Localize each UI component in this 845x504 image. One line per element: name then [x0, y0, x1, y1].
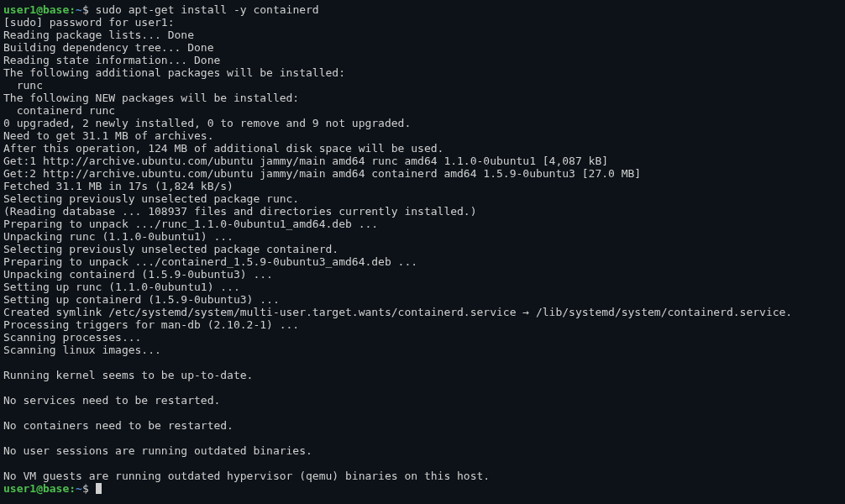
output-line: Processing triggers for man-db (2.10.2-1… [3, 318, 842, 331]
output-line: (Reading database ... 108937 files and d… [3, 205, 842, 218]
output-line: No user sessions are running outdated bi… [3, 444, 842, 457]
prompt-separator: : [69, 482, 76, 495]
output-line: Get:1 http://archive.ubuntu.com/ubuntu j… [3, 155, 842, 167]
output-line: [sudo] password for user1: [3, 16, 842, 29]
terminal[interactable]: user1@base:~$ sudo apt-get install -y co… [3, 3, 842, 495]
output-line: No services need to be restarted. [3, 394, 842, 407]
prompt-symbol: $ [82, 3, 96, 16]
output-line: Unpacking containerd (1.5.9-0ubuntu3) ..… [3, 268, 842, 281]
prompt-user-host: user1@base [3, 482, 69, 495]
output-line: Running kernel seems to be up-to-date. [3, 369, 842, 381]
output-line: containerd runc [3, 104, 842, 117]
output-line: 0 upgraded, 2 newly installed, 0 to remo… [3, 117, 842, 129]
output-line: Setting up runc (1.1.0-0ubuntu1) ... [3, 281, 842, 293]
output-line: Preparing to unpack .../runc_1.1.0-0ubun… [3, 218, 842, 230]
command-line: user1@base:~$ sudo apt-get install -y co… [3, 3, 842, 16]
output-line: runc [3, 79, 842, 92]
output-line: Reading package lists... Done [3, 29, 842, 41]
output-line [3, 407, 842, 419]
prompt-path: ~ [76, 482, 82, 495]
output-line: After this operation, 124 MB of addition… [3, 142, 842, 155]
output-line: The following NEW packages will be insta… [3, 92, 842, 104]
output-line: No containers need to be restarted. [3, 419, 842, 432]
prompt-separator: : [69, 3, 76, 16]
output-line: Reading state information... Done [3, 54, 842, 66]
prompt-symbol: $ [82, 482, 96, 495]
output-line [3, 381, 842, 394]
output-line [3, 356, 842, 369]
output-container: [sudo] password for user1:Reading packag… [3, 16, 842, 482]
output-line: Scanning processes... [3, 331, 842, 344]
output-line: No VM guests are running outdated hyperv… [3, 470, 842, 482]
output-line: Need to get 31.1 MB of archives. [3, 129, 842, 142]
output-line: Selecting previously unselected package … [3, 243, 842, 255]
prompt-path: ~ [76, 3, 82, 16]
output-line: Get:2 http://archive.ubuntu.com/ubuntu j… [3, 167, 842, 180]
output-line: Selecting previously unselected package … [3, 192, 842, 205]
output-line: Preparing to unpack .../containerd_1.5.9… [3, 255, 842, 268]
cursor-icon [96, 483, 102, 494]
command-text: sudo apt-get install -y containerd [96, 3, 319, 16]
output-line [3, 457, 842, 470]
output-line: Setting up containerd (1.5.9-0ubuntu3) .… [3, 293, 842, 306]
output-line: Created symlink /etc/systemd/system/mult… [3, 306, 842, 318]
output-line: Unpacking runc (1.1.0-0ubuntu1) ... [3, 230, 842, 243]
output-line: Fetched 31.1 MB in 17s (1,824 kB/s) [3, 180, 842, 192]
next-prompt-line: user1@base:~$ [3, 482, 842, 495]
output-line: Scanning linux images... [3, 344, 842, 356]
prompt-user-host: user1@base [3, 3, 69, 16]
output-line: The following additional packages will b… [3, 66, 842, 79]
output-line: Building dependency tree... Done [3, 41, 842, 54]
output-line [3, 432, 842, 444]
